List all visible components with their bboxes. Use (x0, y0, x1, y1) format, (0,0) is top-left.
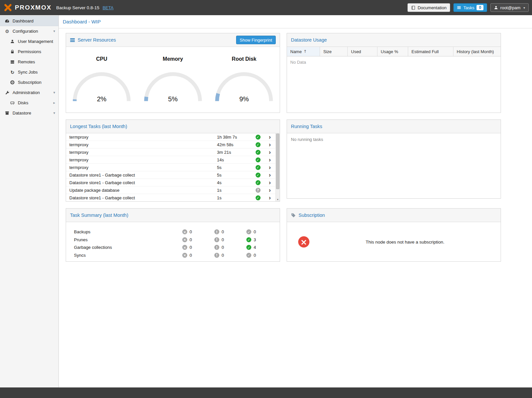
tasks-button[interactable]: Tasks 0 (453, 3, 487, 12)
chevron-right-icon[interactable]: › (264, 187, 275, 193)
task-row[interactable]: termproxy3m 21s✓› (66, 149, 275, 156)
gauge-value: 9% (213, 95, 275, 103)
error-count: 0 (190, 237, 192, 242)
summary-row: Syncs×0!0✓0 (74, 251, 280, 259)
sidebar-item-sync-jobs[interactable]: ↻ Sync Jobs (0, 67, 58, 77)
chevron-right-icon[interactable]: › (264, 149, 275, 155)
subscription-panel: Subscription × This node does not have a… (287, 208, 501, 262)
panel-title: Datastore Usage (291, 37, 327, 43)
column-header-label: Estimated Full (411, 49, 439, 54)
task-duration: 5s (217, 165, 252, 170)
summary-row: Backups×0!0✓0 (74, 228, 280, 236)
book-icon (411, 6, 415, 10)
chevron-right-icon[interactable]: › (264, 142, 275, 148)
ok-count: 0 (254, 229, 256, 234)
ok-status-icon: ✓ (256, 165, 261, 170)
scrollbar-thumb[interactable] (276, 134, 279, 189)
column-header-label: Size (323, 49, 332, 54)
error-count: 0 (190, 229, 192, 234)
panel-title: Task Summary (last Month) (70, 213, 128, 218)
column-header[interactable]: Usage % (377, 47, 408, 56)
sidebar-item-configuration[interactable]: ⚙ Configuration ▾ (0, 26, 58, 36)
task-duration: 1s (217, 188, 252, 193)
sidebar-item-remotes[interactable]: Remotes (0, 57, 58, 67)
panel-title: Server Resources (78, 37, 116, 43)
show-fingerprint-button[interactable]: Show Fingerprint (236, 36, 276, 44)
task-row[interactable]: Update package database1s?› (66, 186, 275, 194)
page-header: Dashboard - WIP (59, 15, 532, 28)
warning-count: 0 (222, 229, 224, 234)
column-header[interactable]: Name↑ (287, 47, 320, 56)
sidebar-item-label: Datastore (13, 111, 31, 116)
sidebar-item-user-management[interactable]: User Management (0, 36, 58, 47)
ok-icon: ✓ (246, 229, 251, 234)
task-duration: 3m 21s (217, 150, 252, 155)
column-header[interactable]: Estimated Full (408, 47, 453, 56)
server-resources-panel: Server Resources Show Fingerprint CPU (66, 33, 280, 113)
sidebar-item-disks[interactable]: Disks ▸ (0, 98, 58, 108)
task-name: Update package database (69, 188, 217, 193)
task-row[interactable]: Datastore store1 - Garbage collect5s✓› (66, 171, 275, 179)
sidebar-item-administration[interactable]: Administration ▾ (0, 87, 58, 98)
task-row[interactable]: termproxy1h 38m 7s✓› (66, 133, 275, 141)
column-header[interactable]: Size (320, 47, 348, 56)
chevron-right-icon[interactable]: › (264, 180, 275, 185)
sidebar-item-label: User Management (18, 39, 53, 44)
longest-tasks-header: Longest Tasks (last Month) (66, 120, 280, 133)
scrollbar[interactable]: ▾ (275, 133, 280, 202)
task-row[interactable]: termproxy42m 58s✓› (66, 141, 275, 149)
sidebar-item-dashboard[interactable]: Dashboard (0, 16, 58, 26)
main-area: Dashboard - WIP Server Resources (59, 15, 532, 387)
sidebar-item-label: Permissions (18, 49, 41, 54)
gauge-value: 2% (70, 95, 133, 103)
main-layout: Dashboard ⚙ Configuration ▾ User Managem… (0, 15, 532, 387)
chevron-right-icon[interactable]: › (264, 134, 275, 140)
sidebar-item-permissions[interactable]: Permissions (0, 47, 58, 57)
sync-icon: ↻ (9, 70, 16, 75)
tag-icon (291, 213, 296, 218)
collapse-caret-icon[interactable]: ▾ (53, 90, 55, 95)
task-row[interactable]: Datastore store1 - Garbage collect4s✓› (66, 179, 275, 186)
task-row[interactable]: termproxy14s✓› (66, 156, 275, 164)
task-row[interactable]: termproxy5s✓› (66, 164, 275, 171)
warning-count: 0 (222, 237, 224, 242)
chevron-right-icon[interactable]: › (264, 195, 275, 201)
expand-caret-icon[interactable]: ▸ (53, 101, 55, 105)
longest-tasks-panel: Longest Tasks (last Month) termproxy1h 3… (66, 119, 280, 202)
column-header[interactable]: Used (348, 47, 377, 56)
ok-icon: ✓ (246, 237, 251, 242)
task-summary-panel: Task Summary (last Month) Backups×0!0✓0P… (66, 208, 280, 262)
sidebar-item-subscription[interactable]: Subscription (0, 77, 58, 87)
column-header-label: Used (351, 49, 361, 54)
task-name: termproxy (69, 142, 217, 147)
column-header[interactable]: History (last Month) (453, 47, 501, 56)
datastore-icon (4, 111, 10, 115)
task-row[interactable]: Datastore store1 - Garbage collect1s✓› (66, 194, 275, 202)
warning-icon: ! (214, 253, 219, 258)
scrollbar-down-arrow-icon[interactable]: ▾ (276, 197, 280, 202)
task-duration: 4s (217, 180, 252, 185)
no-subscription-icon: × (298, 236, 309, 248)
longest-tasks-list: termproxy1h 38m 7s✓›termproxy42m 58s✓›te… (66, 133, 275, 202)
user-icon (494, 6, 498, 10)
chevron-right-icon[interactable]: › (264, 164, 275, 170)
sidebar-item-datastore[interactable]: Datastore ▾ (0, 108, 58, 118)
root-disk-gauge: Root Disk 9% (208, 47, 280, 113)
sidebar-item-label: Dashboard (13, 18, 34, 23)
hard-drive-icon (9, 101, 16, 105)
chevron-right-icon[interactable]: › (264, 172, 275, 178)
beta-link[interactable]: BETA (103, 5, 114, 10)
ok-status-icon: ✓ (256, 195, 261, 200)
documentation-button[interactable]: Documentation (408, 3, 450, 12)
list-icon (457, 6, 461, 10)
sort-asc-icon: ↑ (303, 49, 307, 54)
sidebar-item-label: Administration (13, 90, 40, 95)
chevron-right-icon[interactable]: › (264, 157, 275, 163)
collapse-caret-icon[interactable]: ▾ (53, 29, 55, 33)
summary-label: Prunes (74, 237, 182, 242)
proxmox-logo: PROXMOX (3, 3, 52, 12)
lock-icon (9, 50, 16, 54)
collapse-caret-icon[interactable]: ▾ (53, 111, 55, 115)
error-icon: × (182, 253, 187, 258)
user-menu-button[interactable]: root@pam ▾ (490, 3, 529, 12)
